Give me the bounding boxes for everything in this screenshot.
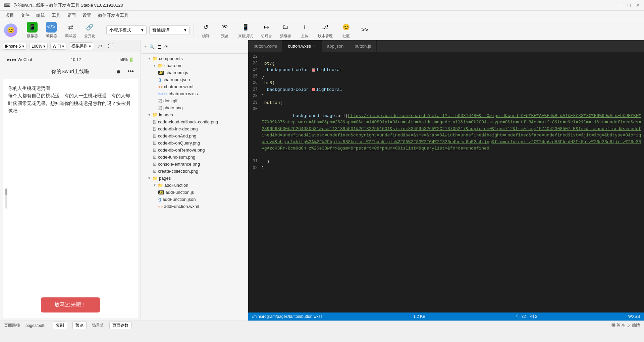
- app-icon: ⌨: [4, 3, 10, 8]
- file-tree-header: + 🔍 ☰ ⟳: [141, 40, 248, 54]
- toolbar-separator-1: [102, 23, 102, 37]
- add-file-button[interactable]: +: [144, 44, 147, 50]
- menu-bar: 项目 文件 编辑 工具 界面 设置 微信开发者工具: [0, 11, 644, 20]
- menu-item-project[interactable]: 项目: [3, 12, 17, 19]
- bottom-bar: 页面路径 pages/butt... 复制 预览 场景值 页面参数 拼 英 あ …: [0, 321, 644, 330]
- scroll-thumb[interactable]: [5, 188, 7, 195]
- network-type: WiFi: [53, 44, 61, 49]
- scene-label: 场景值: [92, 323, 104, 328]
- file-create-collection[interactable]: 🖼 create-collection.png: [141, 168, 248, 175]
- more-options-icon[interactable]: •••: [127, 68, 134, 75]
- code-line-23: 23 .bt7{: [248, 60, 644, 67]
- device-bar: iPhone 5 ▾ 100% ▾ WiFi ▾ 模拟操作 ▾ ⇄ ⛶: [0, 40, 141, 52]
- upload-button[interactable]: ↑ 上传: [297, 20, 313, 40]
- menu-item-file[interactable]: 文件: [18, 12, 32, 19]
- folder-chatroom[interactable]: ▼ 📁 chatroom: [141, 62, 248, 69]
- clear-cache-button[interactable]: 🗂 清缓存: [277, 20, 294, 40]
- file-photo-png[interactable]: 🖼 photo.png: [141, 104, 248, 111]
- editor-status-bar: /miniprogram/pages/button/button.wxss 1.…: [248, 312, 644, 321]
- png-icon-1: 🖼: [153, 120, 157, 124]
- recompile-button[interactable]: ↺ 编译: [198, 20, 214, 40]
- compile-select-arrow: ▾: [184, 27, 186, 33]
- cloud-icon: 🔗: [84, 22, 95, 33]
- minimize-button[interactable]: —: [618, 3, 623, 8]
- menu-item-edit[interactable]: 编辑: [34, 12, 48, 19]
- tab-button-js[interactable]: button.js: [349, 40, 377, 52]
- file-code-db-inc[interactable]: 🖼 code-db-inc-dec.png: [141, 125, 248, 132]
- version-button[interactable]: ⎇ 版本管理: [315, 20, 335, 40]
- mode-select[interactable]: 小程序模式 ▾: [106, 25, 147, 35]
- gif-icon: 🖼: [158, 99, 162, 103]
- file-code-db-onadd[interactable]: 🖼 code-db-onAdd.png: [141, 132, 248, 139]
- close-button[interactable]: ✕: [636, 3, 640, 8]
- clear-cache-icon: 🗂: [280, 22, 291, 33]
- file-code-db-onremove[interactable]: 🖼 code-db-onRemove.png: [141, 147, 248, 154]
- network-select[interactable]: WiFi ▾: [50, 43, 66, 50]
- file-console-entrance[interactable]: 🖼 console-entrance.png: [141, 161, 248, 168]
- menu-item-settings[interactable]: 设置: [80, 12, 94, 19]
- preview-small-button[interactable]: 预览: [72, 322, 87, 329]
- recompile-icon: ↺: [201, 22, 211, 33]
- cut-log-button[interactable]: ↦ 切后台: [258, 20, 275, 40]
- file-chatroom-json[interactable]: {} chatroom.json: [141, 76, 248, 83]
- mock-label: 模拟操作: [71, 43, 88, 49]
- user-avatar[interactable]: 😊: [4, 23, 17, 37]
- file-code-db-onquery[interactable]: 🖼 code-db-onQuery.png: [141, 139, 248, 147]
- community-button[interactable]: 😊 社区: [338, 20, 354, 40]
- debugger-button[interactable]: ⇄ 调试器: [62, 20, 79, 40]
- expand-arrow-pages: ▼: [148, 176, 151, 180]
- png-icon: 🖼: [158, 106, 162, 110]
- code-editor[interactable]: 22 } 23 .bt7{ 24 background-color:lightc…: [248, 52, 644, 312]
- mock-select[interactable]: 模拟操作 ▾: [69, 42, 93, 50]
- sort-button[interactable]: ☰: [157, 44, 162, 50]
- preview-button[interactable]: 👁 预览: [217, 20, 233, 40]
- scroll-slider[interactable]: [5, 188, 7, 209]
- more-button[interactable]: >>: [357, 23, 373, 37]
- fullscreen-button[interactable]: ⛶: [107, 42, 115, 50]
- real-debug-button[interactable]: 📱 真机调试: [235, 20, 256, 40]
- sync-button[interactable]: ⟳: [164, 44, 168, 50]
- more-icon: >>: [360, 25, 370, 36]
- device-select[interactable]: iPhone 5 ▾: [3, 43, 26, 50]
- rotate-button[interactable]: ⇄: [96, 42, 104, 50]
- png-icon-8: 🖼: [153, 169, 157, 173]
- search-file-button[interactable]: 🔍: [149, 44, 155, 49]
- time-display: 10:12: [71, 57, 81, 62]
- page-params-button[interactable]: 页面参数: [109, 322, 131, 329]
- compile-select[interactable]: 普通编译 ▾: [149, 25, 190, 35]
- zoom-select[interactable]: 100% ▾: [29, 43, 48, 50]
- url-link[interactable]: https://image.baidu.com/search/detail?ct…: [262, 113, 641, 151]
- menu-item-devtools[interactable]: 微信开发者工具: [95, 12, 131, 19]
- folder-images[interactable]: ▼ 📁 images: [141, 111, 248, 118]
- cloud-button[interactable]: 🔗 云开发: [82, 20, 98, 40]
- file-chatroom-js[interactable]: JS chatroom.js: [141, 69, 248, 76]
- file-code-func-sum[interactable]: 🖼 code-func-sum.png: [141, 154, 248, 161]
- png-icon-7: 🖼: [153, 162, 157, 166]
- file-addfunction-wxml[interactable]: <> addFunction.wxml: [141, 203, 248, 210]
- maximize-button[interactable]: □: [628, 3, 631, 8]
- tab-button-wxss[interactable]: button.wxss ✕: [282, 40, 322, 52]
- file-size: 1.2 KB: [413, 314, 425, 319]
- menu-item-interface[interactable]: 界面: [64, 12, 78, 19]
- menu-item-tools[interactable]: 工具: [49, 12, 63, 19]
- action-button[interactable]: 放马过来吧！: [41, 297, 100, 312]
- folder-components[interactable]: ▼ 📁 components: [141, 55, 248, 62]
- folder-addfunction[interactable]: ▼ 📁 addFunction: [141, 182, 248, 189]
- editor-button[interactable]: </> 编辑器: [43, 20, 60, 40]
- tab-button-wxml[interactable]: button.wxml: [248, 40, 282, 52]
- simulator-button[interactable]: 📱 模拟器: [24, 20, 41, 40]
- file-addfunction-json[interactable]: {} addFunction.json: [141, 196, 248, 203]
- file-dots-gif[interactable]: 🖼 dots.gif: [141, 97, 248, 104]
- file-code-cloud[interactable]: 🖼 code-cloud-callback-config.png: [141, 118, 248, 125]
- network-select-arrow: ▾: [62, 44, 64, 49]
- copy-button[interactable]: 复制: [53, 322, 67, 329]
- close-tab-wxss[interactable]: ✕: [313, 44, 316, 48]
- folder-pages[interactable]: ▼ 📁 pages: [141, 175, 248, 182]
- js-icon: JS: [158, 71, 164, 75]
- file-addfunction-js[interactable]: JS addFunction.js: [141, 189, 248, 196]
- tab-app-json[interactable]: app.json: [322, 40, 349, 52]
- record-icon[interactable]: ⏺: [116, 69, 121, 74]
- file-chatroom-wxml[interactable]: <> chatroom.wxml: [141, 83, 248, 90]
- file-chatroom-wxss[interactable]: wxss chatroom.wxss: [141, 90, 248, 97]
- chat-header: 你的Swuri上线啦 ••• ⏺: [3, 64, 138, 79]
